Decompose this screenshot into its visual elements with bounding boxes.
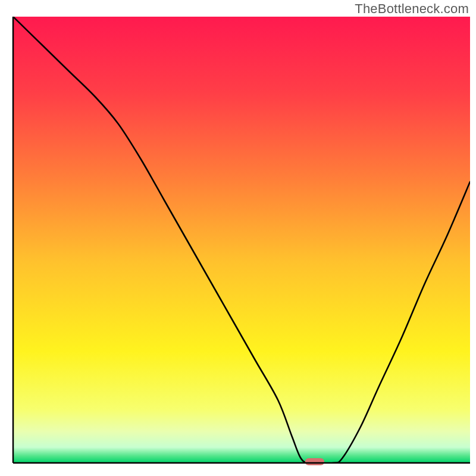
optimum-marker [305, 458, 324, 465]
plot-area [13, 17, 470, 465]
watermark-text: TheBottleneck.com [355, 1, 469, 17]
bottleneck-chart: TheBottleneck.com [0, 0, 476, 476]
chart-svg [0, 0, 476, 476]
